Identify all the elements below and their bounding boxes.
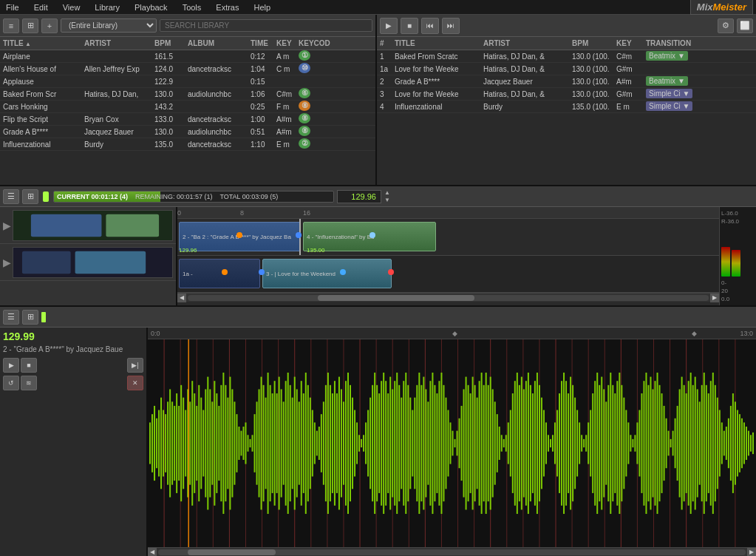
table-row[interactable]: Influenzational Burdy 135.0 dancetracksc… (0, 138, 375, 151)
handle-red-1[interactable] (388, 269, 394, 275)
col-title: TITLE (3, 39, 84, 47)
timeline-menu-icon[interactable]: ☰ (3, 189, 19, 204)
svg-rect-223 (550, 439, 551, 447)
svg-rect-102 (281, 389, 282, 497)
scroll-left-button[interactable]: ◀ (177, 294, 186, 302)
playlist-row[interactable]: 4 Influenzational Burdy 135.0 (100. E m … (377, 101, 756, 113)
scrollbar-track[interactable] (188, 295, 709, 301)
track2-block1[interactable]: 1a - (179, 259, 260, 288)
table-row[interactable]: Baked From Scr Hatiras, DJ Dan, 130.0 au… (0, 88, 375, 101)
waveform-play-button[interactable]: ▶ (3, 358, 19, 373)
svg-rect-106 (290, 385, 291, 501)
prow-bpm: 130.0 (100. (572, 90, 616, 98)
cell-key: C m (276, 65, 299, 73)
wf-scrollbar-track[interactable] (158, 549, 746, 555)
cell-title: Grade A B**** (3, 128, 84, 136)
timeline-grid-icon[interactable]: ⊞ (22, 189, 38, 204)
waveform-grid-icon[interactable]: ⊞ (22, 310, 38, 325)
playlist-row[interactable]: 2 Grade A B**** Jacquez Bauer 130.0 (100… (377, 75, 756, 88)
settings-icon[interactable]: ⚙ (718, 18, 734, 33)
track2-block2[interactable]: 3 - | Love for the Weekend (262, 259, 392, 288)
waveform-loop-button[interactable]: ↺ (3, 376, 19, 390)
svg-rect-205 (510, 410, 511, 477)
svg-rect-262 (636, 422, 638, 464)
table-row[interactable]: Cars Honking 143.2 0:25 F m ⑧ (0, 101, 375, 113)
svg-rect-181 (457, 431, 458, 456)
prow-key: G#m (616, 90, 646, 98)
library-view-icon[interactable] (3, 18, 19, 33)
waveform-menu-icon[interactable]: ☰ (3, 310, 19, 325)
menu-view[interactable]: View (60, 3, 84, 12)
svg-rect-261 (634, 435, 636, 451)
library-list-icon[interactable] (22, 18, 38, 33)
svg-rect-203 (505, 435, 507, 451)
svg-rect-152 (392, 389, 393, 497)
pcol-transition: TRANSITION (646, 39, 705, 47)
table-row[interactable]: Flip the Script Bryan Cox 133.0 dancetra… (0, 113, 375, 126)
wf-scroll-left[interactable]: ◀ (148, 548, 157, 557)
svg-rect-142 (370, 398, 371, 489)
timeline-scrollbar[interactable]: ◀ ▶ (177, 293, 719, 302)
handle-blue-4[interactable] (340, 269, 346, 275)
handle-orange-2[interactable] (222, 269, 228, 275)
output-icon[interactable]: ⬜ (737, 18, 753, 33)
play-button[interactable]: ▶ (380, 18, 398, 34)
handle-blue-3[interactable] (259, 269, 265, 275)
waveform-scrollbar[interactable]: ◀ ▶ (148, 547, 756, 556)
cell-key: F m (276, 103, 299, 111)
waveform-eq-button[interactable]: ≋ (21, 376, 37, 390)
table-row[interactable]: Grade A B**** Jacquez Bauer 130.0 audiol… (0, 126, 375, 138)
menu-library[interactable]: Library (92, 3, 123, 12)
handle-orange-1[interactable] (236, 232, 242, 238)
handle-blue-1[interactable] (296, 232, 302, 238)
bpm-display[interactable]: 129.96 (337, 190, 381, 203)
table-row[interactable]: Airplane 161.5 0:12 A m ① (0, 50, 375, 63)
playlist-row[interactable]: 1a Love for the Weeke Hatiras, DJ Dan, &… (377, 63, 756, 75)
menu-edit[interactable]: Edit (31, 3, 51, 12)
menu-playback[interactable]: Playback (132, 3, 171, 12)
waveform-forward-button[interactable]: ▶| (127, 358, 143, 373)
svg-rect-236 (579, 422, 580, 464)
bpm-arrows[interactable]: ▲ ▼ (384, 189, 390, 203)
track1-arrow[interactable]: ▶ (3, 220, 11, 231)
prow-key: C#m (616, 52, 646, 61)
track1-row: 2 - "Ba 2 : "Grade A B****" by Jacquez B… (177, 219, 719, 256)
table-row[interactable]: Allen's House of Allen Jeffrey Exp 124.0… (0, 63, 375, 75)
svg-rect-166 (423, 377, 424, 510)
prow-transition: Simple Ci ▼ (646, 101, 705, 112)
cell-key: E m (276, 140, 299, 149)
table-row[interactable]: Applause 122.9 0:15 (0, 75, 375, 88)
menu-help[interactable]: Help (251, 3, 274, 12)
menu-tools[interactable]: Tools (180, 3, 205, 12)
stop-button[interactable]: ■ (401, 18, 418, 34)
svg-rect-270 (654, 381, 655, 506)
svg-rect-129 (341, 389, 342, 497)
search-input[interactable] (160, 19, 372, 32)
cell-time: 1:06 (251, 90, 276, 98)
svg-rect-175 (443, 385, 444, 501)
handle-blue-2[interactable] (370, 232, 375, 238)
playlist-row[interactable]: 3 Love for the Weeke Hatiras, DJ Dan, & … (377, 88, 756, 101)
menu-file[interactable]: File (3, 3, 22, 12)
track2-arrow[interactable]: ▶ (3, 257, 11, 268)
library-dropdown[interactable]: (Entire Library) (61, 18, 157, 33)
waveform-delete-button[interactable]: ✕ (127, 376, 143, 390)
svg-rect-206 (512, 393, 514, 493)
menu-extras[interactable]: Extras (213, 3, 242, 12)
prev-button[interactable]: ⏮ (421, 18, 439, 34)
svg-rect-305 (732, 393, 734, 493)
waveform-canvas[interactable] (148, 339, 756, 547)
svg-rect-73 (216, 393, 217, 493)
scrollbar-thumb[interactable] (318, 295, 474, 301)
svg-rect-307 (737, 410, 738, 477)
wf-scroll-right[interactable]: ▶ (747, 548, 756, 557)
svg-rect-230 (565, 381, 567, 506)
playlist-row[interactable]: 1 Baked From Scratc Hatiras, DJ Dan, & 1… (377, 50, 756, 63)
wf-scrollbar-thumb[interactable] (188, 549, 276, 555)
waveform-stop-button[interactable]: ■ (21, 358, 37, 373)
track1-miniview (13, 210, 173, 241)
next-button[interactable]: ⏭ (442, 18, 460, 34)
add-track-button[interactable] (41, 18, 58, 33)
cell-title: Influenzational (3, 140, 84, 149)
scroll-right-button[interactable]: ▶ (710, 294, 719, 302)
